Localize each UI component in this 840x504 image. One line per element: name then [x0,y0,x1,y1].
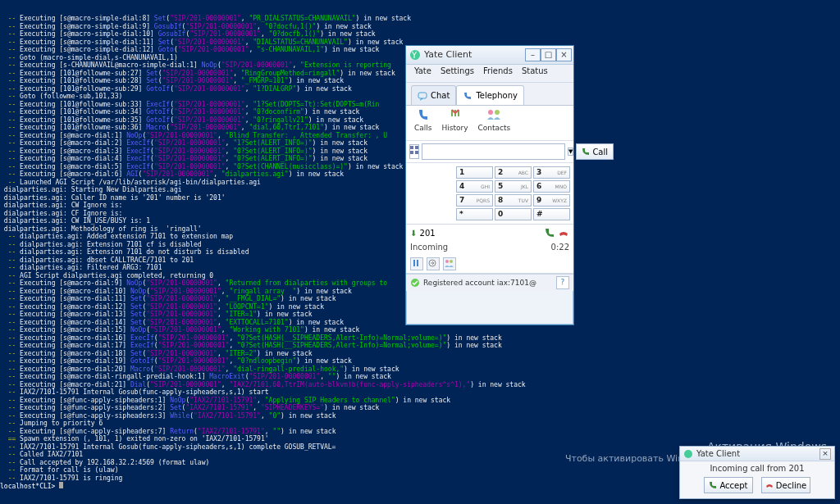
hold-button[interactable] [410,257,423,270]
popup-message: Incoming call from 201 [680,461,834,475]
key-2[interactable]: ABC 2 [495,166,532,179]
chat-icon [418,91,427,101]
svg-rect-11 [413,260,415,266]
key-7[interactable]: PQRS 7 [456,194,493,207]
yate-title: Yate Client [424,49,472,60]
key-5[interactable]: JKL 5 [495,180,532,193]
yate-statusbar: Registered account iax:7101@ ? [406,274,573,291]
dial-keypad: 1ABC 2DEF 3GHI 4JKL 5MNO 6PQRS 7TUV 8WXY… [406,163,573,224]
answer-icon[interactable] [544,227,555,238]
call-number: 201 [420,229,436,238]
tab-chat-label: Chat [431,91,450,100]
hangup-icon[interactable] [558,227,569,238]
key-8[interactable]: TUV 8 [495,194,532,207]
yate-toolbar: Calls History Contacts [406,106,573,141]
dial-number-input[interactable] [422,143,565,160]
key-1[interactable]: 1 [456,166,493,179]
yate-minimize-button[interactable]: – [525,48,541,61]
yate-tabbar: Chat Telephony [406,83,573,106]
menu-yate[interactable]: Yate [411,66,435,80]
toolbar-contacts[interactable]: Contacts [478,108,511,138]
call-input-row: ▼ Call [406,141,573,163]
svg-rect-4 [418,93,427,98]
menu-status[interactable]: Status [518,66,551,80]
yate-close-button[interactable]: × [556,48,572,61]
svg-point-14 [445,260,449,263]
call-status-row: Incoming 0:22 [406,241,573,255]
decline-call-button[interactable]: Decline [761,477,810,493]
decline-icon [765,481,774,489]
yate-maximize-button[interactable]: □ [541,48,556,61]
svg-rect-9 [410,151,413,154]
calls-icon [417,108,430,123]
yate-app-icon: Y [409,49,421,61]
key-#[interactable]: # [533,208,570,220]
key-0[interactable]: 0 [495,208,532,220]
svg-point-5 [488,110,493,115]
transfer-icon [427,258,437,268]
tab-chat[interactable]: Chat [411,85,456,105]
key-*[interactable]: * [456,208,493,220]
svg-point-15 [450,260,453,263]
toolbar-calls[interactable]: Calls [414,108,432,138]
popup-close-button[interactable]: × [819,448,831,460]
accept-call-button[interactable]: Accept [704,477,753,493]
svg-point-17 [684,450,692,458]
menu-settings[interactable]: Settings [437,66,477,80]
svg-point-6 [495,110,500,115]
popup-titlebar[interactable]: Yate Client × [680,447,834,461]
incoming-call-popup: Yate Client × Incoming call from 201 Acc… [679,446,835,499]
help-button[interactable]: ? [556,276,569,289]
menu-friends[interactable]: Friends [480,66,516,80]
history-icon [449,108,462,123]
call-button[interactable]: Call [576,143,614,160]
tab-telephony-label: Telephony [476,91,518,100]
popup-app-icon [683,449,693,459]
phone-icon [463,91,472,101]
key-9[interactable]: WXYZ 9 [533,194,570,207]
call-status: Incoming [410,243,448,252]
call-actions-row [406,255,573,274]
key-3[interactable]: DEF 3 [533,166,570,179]
call-icon [582,148,590,156]
active-call-row[interactable]: ⬇ 201 [406,224,573,241]
contacts-icon [486,108,502,123]
popup-title: Yate Client [696,449,740,458]
number-dropdown[interactable]: ▼ [568,148,573,156]
accept-icon [709,481,717,489]
status-connected-icon [410,278,420,288]
transfer-button[interactable] [427,257,440,270]
grid-icon [410,146,418,154]
yate-window: Y Yate Client – □ × Yate Settings Friend… [405,45,574,325]
key-6[interactable]: MNO 6 [533,180,570,193]
call-duration: 0:22 [551,243,569,252]
svg-rect-12 [417,260,418,266]
yate-titlebar[interactable]: Y Yate Client – □ × [406,46,573,65]
pause-icon [411,258,421,268]
key-4[interactable]: GHI 4 [456,180,493,193]
svg-text:Y: Y [411,51,418,60]
people-icon [444,258,454,268]
dial-mode-selector[interactable] [409,144,419,159]
status-text: Registered account iax:7101@ [423,279,536,287]
svg-rect-10 [415,151,418,154]
svg-rect-8 [415,146,418,149]
tab-telephony[interactable]: Telephony [456,85,524,105]
svg-rect-7 [410,146,413,149]
yate-menubar: Yate Settings Friends Status [406,65,573,83]
toolbar-history[interactable]: History [442,108,468,138]
conference-button[interactable] [443,257,456,270]
